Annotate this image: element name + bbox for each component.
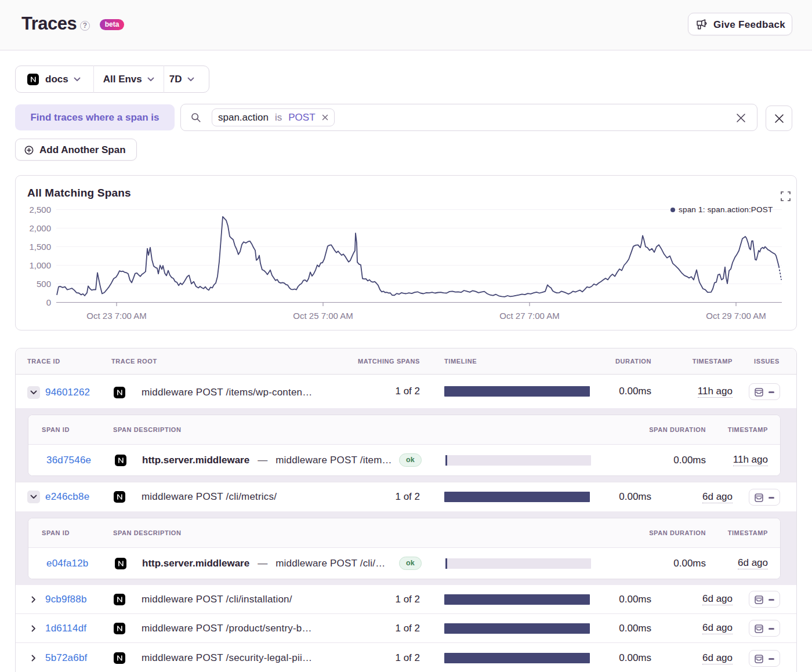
svg-text:1,500: 1,500 xyxy=(29,242,51,252)
svg-text:Oct 29 7:00 AM: Oct 29 7:00 AM xyxy=(706,311,766,321)
svg-text:2,000: 2,000 xyxy=(29,223,51,233)
svg-text:1,000: 1,000 xyxy=(29,260,51,270)
svg-text:0: 0 xyxy=(46,297,51,307)
svg-text:Oct 25 7:00 AM: Oct 25 7:00 AM xyxy=(293,311,353,321)
svg-text:Oct 27 7:00 AM: Oct 27 7:00 AM xyxy=(499,311,559,321)
svg-text:Oct 23 7:00 AM: Oct 23 7:00 AM xyxy=(86,311,146,321)
svg-text:500: 500 xyxy=(37,279,51,289)
svg-text:2,500: 2,500 xyxy=(29,205,51,215)
